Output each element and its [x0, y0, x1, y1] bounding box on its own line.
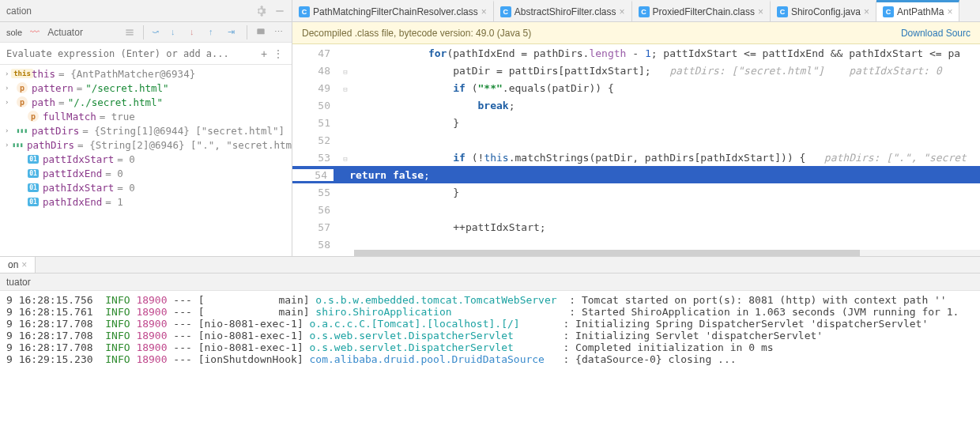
console-header: tuator	[0, 273, 980, 291]
variable-row[interactable]: ›▮▮▮pattDirs = {String[1]@6944} ["secret…	[0, 123, 292, 138]
scrollbar-horizontal[interactable]	[354, 250, 980, 256]
code-line[interactable]: 51 }	[292, 114, 980, 131]
scrollbar-thumb[interactable]	[354, 250, 860, 256]
tab-label: PathMatchingFilterChainResolver.class	[313, 6, 478, 17]
step-out-icon[interactable]: ↑	[209, 27, 220, 38]
variable-row[interactable]: ›ppattern = "/secret.html"	[0, 81, 292, 95]
close-icon[interactable]: ×	[481, 6, 487, 17]
step-into-icon[interactable]: ↓	[171, 27, 182, 38]
code-line[interactable]: 55 }	[292, 183, 980, 201]
evaluate-expression-row: + ⋮	[0, 43, 292, 65]
overflow-icon[interactable]: ⋮	[271, 48, 285, 59]
variable-row[interactable]: pfullMatch = true	[0, 109, 292, 123]
code-line[interactable]: 48⊟ patDir = pattDirs[pattIdxStart]; pat…	[292, 62, 980, 79]
list-icon[interactable]	[124, 27, 135, 38]
variable-row[interactable]: 01pathIdxEnd = 1	[0, 194, 292, 209]
variable-row[interactable]: 01pathIdxStart = 0	[0, 180, 292, 194]
run-to-cursor-icon[interactable]: ⇥	[228, 27, 239, 38]
file-icon: C	[299, 6, 310, 17]
variable-row[interactable]: ›▮▮▮pathDirs = {String[2]@6946} [".", "s…	[0, 138, 292, 152]
variables-tree[interactable]: ›thisthis = {AntPathMatcher@6934}›ppatte…	[0, 65, 292, 256]
editor-tab[interactable]: CAbstractShiroFilter.class×	[494, 0, 632, 21]
close-icon[interactable]: ×	[864, 6, 869, 17]
code-line[interactable]: 57 ++pattIdxStart;	[292, 218, 980, 236]
editor-tab[interactable]: CProxiedFilterChain.class×	[632, 0, 771, 21]
decompiled-banner: Decompiled .class file, bytecode version…	[292, 22, 980, 44]
code-line[interactable]: 56	[292, 201, 980, 218]
main-split: sole 〰 Actuator ⤻ ↓ ↓ ↑ ⇥ ⋯ + ⋮ ›thisthi…	[0, 22, 980, 256]
variable-row[interactable]: 01pattIdxEnd = 0	[0, 166, 292, 180]
variable-row[interactable]: ›ppath = "/./secret.html"	[0, 95, 292, 109]
tab-label: ShiroConfig.java	[791, 6, 861, 17]
titlebar: cation CPathMatchingFilterChainResolver.…	[0, 0, 980, 22]
bottom-tool-tabs: on ×	[0, 256, 980, 273]
debug-title: cation	[6, 6, 32, 17]
code-line[interactable]: 53⊟ if (!this.matchStrings(patDir, pathD…	[292, 149, 980, 166]
console-panel: tuator 9 16:28:15.756 INFO 18900 --- [ m…	[0, 273, 980, 430]
actuator-icon: 〰	[30, 27, 40, 38]
debug-toolbar: cation	[0, 0, 292, 21]
download-sources-link[interactable]: Download Sourc	[901, 28, 971, 39]
close-icon[interactable]: ×	[947, 6, 952, 17]
debug-panel: sole 〰 Actuator ⤻ ↓ ↓ ↑ ⇥ ⋯ + ⋮ ›thisthi…	[0, 22, 292, 256]
file-icon: C	[500, 6, 511, 17]
code-area[interactable]: 47 for(pathIdxEnd = pathDirs.length - 1;…	[292, 44, 980, 256]
tab-label: ProxiedFilterChain.class	[653, 6, 755, 17]
editor-tab[interactable]: CAntPathMa×	[876, 0, 959, 21]
code-line[interactable]: 54 return false;	[292, 166, 980, 183]
editor-tab[interactable]: CShiroConfig.java×	[771, 0, 876, 21]
add-watch-icon[interactable]: +	[257, 47, 271, 60]
gear-icon[interactable]	[255, 6, 266, 17]
file-icon: C	[883, 6, 894, 17]
close-icon[interactable]: ×	[21, 259, 27, 270]
code-line[interactable]: 50 break;	[292, 96, 980, 114]
code-line[interactable]: 47 for(pathIdxEnd = pathDirs.length - 1;…	[292, 44, 980, 62]
console-log[interactable]: 9 16:28:15.756 INFO 18900 --- [ main] o.…	[0, 291, 980, 430]
code-line[interactable]: 52	[292, 131, 980, 149]
console-label: sole	[6, 28, 22, 37]
minus-icon[interactable]	[274, 6, 285, 17]
file-icon: C	[639, 6, 650, 17]
editor: Decompiled .class file, bytecode version…	[292, 22, 980, 256]
editor-tabs: CPathMatchingFilterChainResolver.class×C…	[292, 0, 980, 21]
debug-tool-row: sole 〰 Actuator ⤻ ↓ ↓ ↑ ⇥ ⋯	[0, 22, 292, 43]
close-icon[interactable]: ×	[620, 6, 625, 17]
svg-rect-4	[257, 28, 264, 34]
actuator-label[interactable]: Actuator	[47, 27, 83, 38]
variable-row[interactable]: 01pattIdxStart = 0	[0, 152, 292, 166]
evaluate-expression-input[interactable]	[6, 48, 257, 59]
step-into-force-icon[interactable]: ↓	[190, 27, 201, 38]
tab-label: AbstractShiroFilter.class	[514, 6, 616, 17]
code-line[interactable]: 49⊟ if ("**".equals(patDir)) {	[292, 79, 980, 96]
more-icon[interactable]: ⋯	[274, 27, 285, 38]
tab-label: AntPathMa	[897, 6, 944, 17]
bottom-tab-label: on	[8, 259, 18, 270]
evaluate-icon[interactable]	[255, 27, 266, 38]
variable-row[interactable]: ›thisthis = {AntPathMatcher@6934}	[0, 66, 292, 81]
editor-tab[interactable]: CPathMatchingFilterChainResolver.class×	[292, 0, 494, 21]
bottom-tab[interactable]: on ×	[0, 257, 36, 273]
close-icon[interactable]: ×	[758, 6, 763, 17]
banner-text: Decompiled .class file, bytecode version…	[302, 28, 531, 39]
step-over-icon[interactable]: ⤻	[152, 27, 163, 38]
file-icon: C	[777, 6, 788, 17]
